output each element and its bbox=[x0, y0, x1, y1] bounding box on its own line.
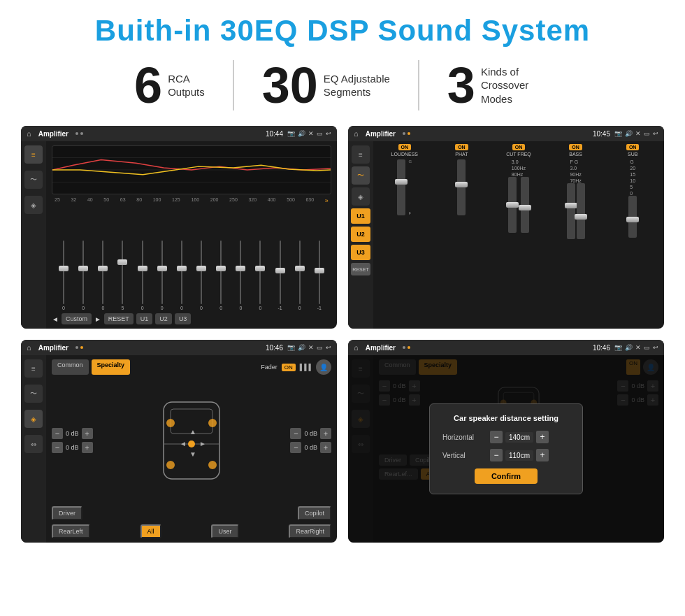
side-icons-1: ≡ 〜 ◈ bbox=[21, 141, 46, 329]
slider-8[interactable]: 0 bbox=[192, 241, 210, 310]
arrows-icon-3[interactable]: ⇔ bbox=[24, 435, 43, 453]
vertical-minus-btn[interactable]: − bbox=[490, 449, 503, 461]
u3-btn[interactable]: U3 bbox=[175, 313, 192, 324]
svg-text:▼: ▼ bbox=[189, 450, 196, 458]
wave-icon-3[interactable]: 〜 bbox=[24, 385, 43, 403]
home-icon-4[interactable]: ⌂ bbox=[354, 343, 359, 352]
topbar-dots-3 bbox=[75, 346, 83, 349]
db-minus-1[interactable]: − bbox=[52, 428, 63, 439]
horizontal-minus-btn[interactable]: − bbox=[490, 431, 503, 443]
rearleft-btn[interactable]: RearLeft bbox=[52, 524, 90, 538]
eq-icon-3[interactable]: ≡ bbox=[24, 359, 43, 378]
db-minus-3[interactable]: − bbox=[290, 428, 301, 439]
close-icon-3[interactable]: ✕ bbox=[308, 344, 314, 351]
slider-6[interactable]: 0 bbox=[153, 241, 171, 310]
u2-side-btn[interactable]: U2 bbox=[351, 227, 370, 242]
u1-btn[interactable]: U1 bbox=[136, 313, 153, 324]
fader-bottom-2: RearLeft All User RearRight bbox=[52, 524, 331, 538]
eq-sliders: 0 0 0 5 bbox=[52, 207, 331, 310]
copilot-btn[interactable]: Copilot bbox=[298, 506, 331, 520]
slider-3[interactable]: 0 bbox=[94, 241, 112, 310]
home-icon[interactable]: ⌂ bbox=[27, 129, 31, 138]
custom-btn[interactable]: Custom bbox=[62, 313, 92, 324]
db-minus-4[interactable]: − bbox=[290, 442, 301, 453]
fader-tabs: Common Specialty Fader ON ▌▌▌ 👤 bbox=[52, 359, 331, 375]
phat-slider[interactable] bbox=[457, 159, 466, 215]
reset-small-btn[interactable]: RESET bbox=[351, 263, 370, 275]
back-icon[interactable]: ↩ bbox=[326, 130, 331, 137]
horizontal-plus-btn[interactable]: + bbox=[536, 431, 549, 443]
vertical-value: 110cm bbox=[505, 450, 533, 461]
slider-13[interactable]: 0 bbox=[291, 241, 309, 310]
home-icon-2[interactable]: ⌂ bbox=[354, 129, 359, 138]
screen2-content: ≡ 〜 ◈ U1 U2 U3 RESET ON LOUDNESS bbox=[348, 141, 664, 329]
speaker-icon-2[interactable]: ◈ bbox=[352, 187, 370, 206]
speaker-icon-3[interactable]: ◈ bbox=[24, 410, 43, 428]
ch-name-phat: PHAT bbox=[455, 152, 468, 157]
db-plus-3[interactable]: + bbox=[320, 428, 331, 439]
u2-btn[interactable]: U2 bbox=[155, 313, 172, 324]
back-icon-3[interactable]: ↩ bbox=[326, 344, 331, 351]
cutfreq-slider[interactable] bbox=[508, 177, 517, 233]
bass-slider2[interactable] bbox=[577, 183, 585, 239]
eq-icon[interactable]: ≡ bbox=[24, 145, 43, 164]
window-icon: ▭ bbox=[317, 130, 323, 137]
slider-14[interactable]: -1 bbox=[310, 241, 329, 310]
db-plus-1[interactable]: + bbox=[82, 428, 93, 439]
db-minus-2[interactable]: − bbox=[52, 442, 63, 453]
driver-btn[interactable]: Driver bbox=[52, 506, 82, 520]
close-icon-2[interactable]: ✕ bbox=[635, 130, 641, 137]
confirm-button[interactable]: Confirm bbox=[475, 468, 538, 484]
slider-1[interactable]: 0 bbox=[55, 241, 73, 310]
slider-4[interactable]: 5 bbox=[113, 241, 131, 310]
ch-name-sub: SUB bbox=[628, 152, 637, 157]
screen2-topbar: ⌂ Amplifier 10:45 📷 🔊 ✕ ▭ ↩ bbox=[348, 126, 664, 141]
sub-slider[interactable] bbox=[628, 196, 637, 238]
slider-7[interactable]: 0 bbox=[173, 241, 191, 310]
speaker-icon[interactable]: ◈ bbox=[24, 196, 43, 214]
prev-arrow[interactable]: ◄ bbox=[52, 315, 59, 323]
user-btn[interactable]: User bbox=[211, 524, 238, 538]
all-btn[interactable]: All bbox=[140, 524, 161, 538]
close-icon-4[interactable]: ✕ bbox=[635, 344, 641, 351]
slider-10[interactable]: 0 bbox=[231, 241, 250, 310]
eq-freq-labels: 25 32 40 50 63 80 100 125 160 200 250 32… bbox=[52, 197, 331, 204]
back-icon-4[interactable]: ↩ bbox=[653, 344, 658, 351]
page-container: Buith-in 30EQ DSP Sound System 6 RCA Out… bbox=[0, 0, 685, 557]
tab-specialty[interactable]: Specialty bbox=[92, 359, 131, 375]
eq-main: 25 32 40 50 63 80 100 125 160 200 250 32… bbox=[46, 141, 337, 329]
slider-9[interactable]: 0 bbox=[212, 241, 230, 310]
vertical-plus-btn[interactable]: + bbox=[536, 449, 549, 461]
ch-name-cutfreq: CUT FREQ bbox=[506, 152, 531, 157]
u3-side-btn[interactable]: U3 bbox=[351, 245, 370, 260]
back-icon-2[interactable]: ↩ bbox=[653, 130, 658, 137]
bass-slider[interactable] bbox=[567, 183, 575, 239]
screen2-title: Amplifier bbox=[366, 130, 396, 138]
rearright-btn[interactable]: RearRight bbox=[289, 524, 331, 538]
home-icon-3[interactable]: ⌂ bbox=[27, 343, 31, 352]
next-arrow[interactable]: ► bbox=[94, 315, 101, 323]
db-row-2: − 0 dB + bbox=[52, 442, 93, 453]
loudness-slider[interactable] bbox=[397, 159, 405, 215]
eq-icon-2[interactable]: ≡ bbox=[352, 145, 370, 164]
dot1 bbox=[75, 132, 78, 135]
db-plus-4[interactable]: + bbox=[320, 442, 331, 453]
reset-btn[interactable]: RESET bbox=[104, 313, 134, 324]
tab-common[interactable]: Common bbox=[52, 359, 89, 375]
profile-icon-3[interactable]: 👤 bbox=[316, 359, 331, 375]
dot8 bbox=[408, 346, 410, 349]
slider-11[interactable]: 0 bbox=[251, 241, 269, 310]
topbar-icons-2: 📷 🔊 ✕ ▭ ↩ bbox=[614, 130, 658, 137]
wave-icon[interactable]: 〜 bbox=[24, 171, 43, 189]
screen4-content: ≡ 〜 ◈ ⇔ Common Specialty ON 👤 bbox=[348, 355, 664, 543]
u1-side-btn[interactable]: U1 bbox=[351, 208, 370, 224]
db-plus-2[interactable]: + bbox=[82, 442, 93, 453]
cutfreq-slider2[interactable] bbox=[521, 177, 529, 233]
slider-12[interactable]: -1 bbox=[271, 241, 289, 310]
close-icon[interactable]: ✕ bbox=[308, 130, 314, 137]
screen-eq: ⌂ Amplifier 10:44 📷 🔊 ✕ ▭ ↩ ≡ bbox=[21, 126, 337, 329]
db-val-4: 0 dB bbox=[304, 444, 317, 451]
slider-2[interactable]: 0 bbox=[74, 241, 92, 310]
slider-5[interactable]: 0 bbox=[134, 241, 152, 310]
wave-icon-2[interactable]: 〜 bbox=[352, 166, 370, 185]
